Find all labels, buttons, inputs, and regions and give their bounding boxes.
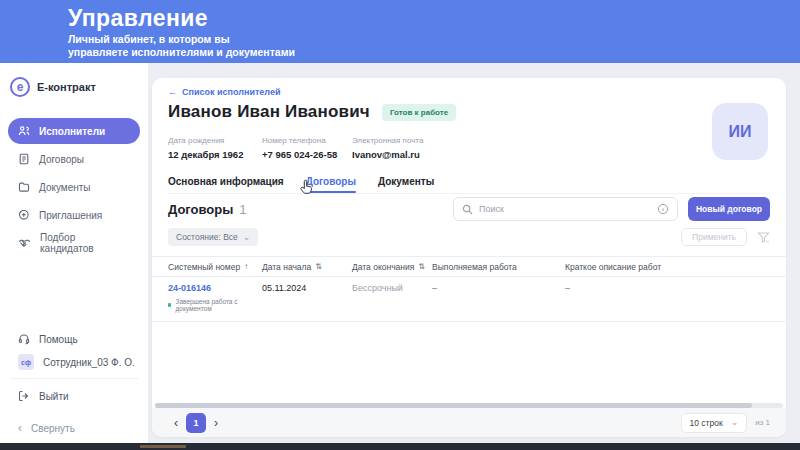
sidebar-item-label: Приглашения	[39, 210, 102, 221]
cell-work: –	[432, 283, 565, 293]
back-arrow-icon: ←	[168, 87, 177, 97]
bottom-bar-marker	[140, 445, 186, 448]
pagination-bar: ‹ 1 › 10 строк ⌄ из 1	[152, 408, 786, 437]
contracts-title: Договоры	[168, 202, 233, 217]
field-phone: Номер телефона +7 965 024-26-58	[262, 136, 352, 160]
current-user[interactable]: сф Сотрудник_03 Ф. О.	[18, 354, 135, 370]
logout-button[interactable]: Выйти	[18, 390, 69, 402]
apply-filters-button[interactable]: Применить	[681, 228, 747, 246]
tabs: Основная информация Договоры Документы	[168, 176, 770, 194]
contracts-section-header: Договоры 1 Новый договор	[168, 197, 770, 221]
info-icon[interactable]	[657, 203, 669, 215]
status-dot-icon	[168, 303, 171, 307]
next-page-button[interactable]: ›	[208, 416, 224, 430]
sidebar-item-invitations[interactable]: Приглашения	[8, 202, 140, 228]
column-work: Выполняемая работа	[432, 262, 565, 272]
sidebar-item-label: Исполнители	[39, 126, 105, 137]
help-button[interactable]: Помощь	[18, 333, 78, 345]
invitation-icon	[18, 209, 30, 221]
banner-subtitle: Личный кабинет, в котором вы управляете …	[68, 33, 295, 58]
page-total-label: из 1	[755, 418, 770, 427]
cell-description: –	[565, 283, 770, 293]
people-icon	[18, 125, 30, 137]
sidebar-item-documents[interactable]: Документы	[8, 174, 140, 200]
tab-documents[interactable]: Документы	[378, 176, 434, 193]
sort-both-icon[interactable]: ⇅	[315, 262, 322, 271]
search-icon	[462, 204, 473, 215]
sidebar-divider	[10, 378, 138, 379]
chevron-down-icon: ⌄	[243, 233, 251, 242]
cell-date-end: Бессрочный	[352, 283, 432, 293]
state-filter-chip[interactable]: Состояние: Все ⌄	[168, 228, 258, 246]
collapse-sidebar-button[interactable]: ‹ Свернуть	[18, 422, 75, 434]
contract-number-link[interactable]: 24-016146	[168, 283, 262, 293]
field-email: Электронная почта Ivanov@mal.ru	[352, 136, 423, 160]
contract-icon	[18, 153, 30, 165]
help-label: Помощь	[39, 334, 78, 345]
sidebar-item-candidates[interactable]: Подбор кандидатов	[8, 230, 140, 256]
person-header: Иванов Иван Иванович Готов к работе	[168, 102, 456, 122]
new-contract-button[interactable]: Новый договор	[688, 197, 770, 221]
collapse-label: Свернуть	[31, 423, 75, 434]
contract-status: Завершена работа с документом	[168, 298, 262, 312]
field-value: Ivanov@mal.ru	[352, 149, 423, 160]
back-link-label: Список исполнителей	[182, 87, 280, 97]
chevron-left-icon: ‹	[18, 422, 22, 434]
handshake-icon	[18, 237, 31, 249]
sidebar-nav: Исполнители Договоры Документы Приглашен…	[8, 118, 140, 258]
field-value: +7 965 024-26-58	[262, 149, 352, 160]
state-filter-label: Состояние: Все	[176, 232, 238, 242]
status-badge: Готов к работе	[382, 104, 456, 121]
logout-label: Выйти	[39, 391, 69, 402]
contract-status-label: Завершена работа с документом	[175, 298, 262, 312]
person-fields: Дата рождения 12 декабря 1962 Номер теле…	[168, 136, 423, 160]
column-system-number[interactable]: Системный номер ↑	[168, 262, 262, 272]
prev-page-button[interactable]: ‹	[168, 416, 184, 430]
search-input[interactable]	[479, 204, 651, 214]
tab-main-info[interactable]: Основная информация	[168, 176, 284, 193]
banner-subtitle-line1: Личный кабинет, в котором вы	[68, 33, 295, 46]
folder-icon	[18, 181, 30, 193]
sidebar-item-label: Подбор кандидатов	[40, 232, 130, 254]
field-value: 12 декабря 1962	[168, 149, 262, 160]
header-banner: Управление Личный кабинет, в котором вы …	[0, 0, 800, 63]
field-birthdate: Дата рождения 12 декабря 1962	[168, 136, 262, 160]
bottom-bar	[0, 443, 800, 450]
field-label: Дата рождения	[168, 136, 262, 145]
cell-date-start: 05.11.2024	[262, 283, 352, 293]
column-date-start[interactable]: Дата начала ⇅	[262, 262, 352, 272]
tab-contracts[interactable]: Договоры	[306, 176, 356, 193]
page-number-button[interactable]: 1	[186, 413, 206, 433]
column-description: Краткое описание работ	[565, 262, 770, 272]
funnel-icon	[757, 231, 770, 244]
banner-subtitle-line2: управляете исполнителями и документами	[68, 46, 295, 59]
table-row[interactable]: 24-016146 Завершена работа с документом …	[152, 277, 786, 322]
field-label: Номер телефона	[262, 136, 352, 145]
sidebar-item-label: Документы	[39, 182, 91, 193]
e-kontrakt-logo-icon: e	[10, 77, 30, 97]
sort-asc-icon[interactable]: ↑	[244, 262, 248, 271]
back-to-performers-link[interactable]: ← Список исполнителей	[168, 87, 280, 97]
column-date-end[interactable]: Дата окончания ⇅	[352, 262, 432, 272]
sidebar-item-label: Договоры	[39, 154, 84, 165]
sidebar-item-performers[interactable]: Исполнители	[8, 118, 140, 144]
rows-per-page-value: 10 строк	[690, 418, 723, 428]
app-logo[interactable]: e Е-контракт	[10, 77, 96, 97]
person-name: Иванов Иван Иванович	[168, 102, 370, 122]
clear-filters-button[interactable]	[757, 231, 770, 244]
field-label: Электронная почта	[352, 136, 423, 145]
app-name: Е-контракт	[37, 81, 96, 93]
logout-icon	[18, 390, 30, 402]
contracts-count: 1	[239, 202, 246, 217]
main-panel: ← Список исполнителей Иванов Иван Иванов…	[152, 78, 786, 437]
search-box[interactable]	[453, 197, 678, 221]
cell-system-number: 24-016146 Завершена работа с документом	[168, 283, 262, 312]
filter-row: Состояние: Все ⌄ Применить	[168, 228, 770, 246]
table-header: Системный номер ↑ Дата начала ⇅ Дата око…	[152, 256, 786, 277]
chevron-down-icon: ⌄	[731, 418, 739, 427]
rows-per-page-select[interactable]: 10 строк ⌄	[681, 413, 748, 433]
user-name: Сотрудник_03 Ф. О.	[43, 357, 135, 368]
headset-icon	[18, 333, 30, 345]
sort-both-icon[interactable]: ⇅	[418, 262, 425, 271]
sidebar-item-contracts[interactable]: Договоры	[8, 146, 140, 172]
